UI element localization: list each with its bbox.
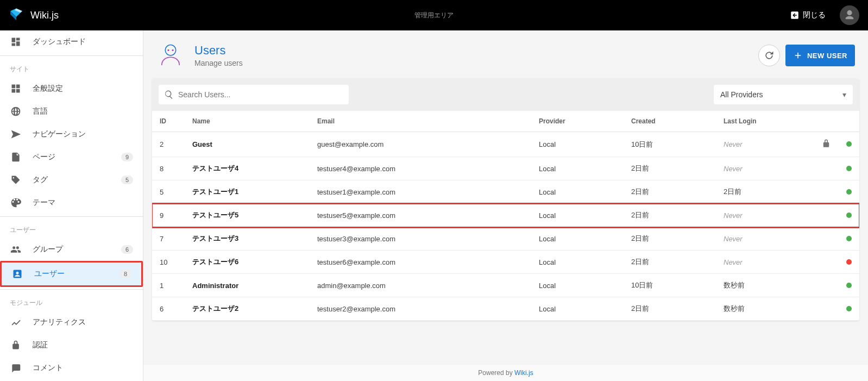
status-dot — [846, 283, 852, 288]
sidebar-item-users[interactable]: ユーザー 8 — [2, 263, 141, 285]
search-input-wrapper[interactable] — [159, 85, 349, 104]
cell-status — [839, 157, 859, 180]
page-title: Users — [194, 43, 243, 58]
cell-provider: Local — [531, 274, 624, 297]
cell-provider: Local — [531, 132, 624, 157]
cell-status — [839, 227, 859, 251]
dashboard-icon — [10, 36, 22, 48]
table-row[interactable]: 6テストユーザ2testuser2@example.comLocal2日前数秒前 — [152, 297, 859, 321]
sidebar-item-comments[interactable]: コメント — [0, 357, 143, 379]
cell-name: テストユーザ5 — [185, 204, 310, 227]
status-dot — [846, 259, 852, 265]
sidebar-item-dashboard[interactable]: ダッシュボード — [0, 30, 143, 53]
col-last-login[interactable]: Last Login — [716, 111, 814, 132]
col-provider[interactable]: Provider — [531, 111, 624, 132]
footer-link[interactable]: Wiki.js — [514, 369, 533, 377]
refresh-icon — [764, 50, 775, 61]
sidebar-item-label: テーマ — [33, 198, 133, 208]
analytics-icon — [10, 316, 22, 328]
tag-icon — [10, 174, 22, 186]
cell-provider: Local — [531, 180, 624, 204]
sidebar-item-label: アナリティクス — [33, 317, 133, 327]
sidebar-item-pages[interactable]: ページ 9 — [0, 146, 143, 168]
cell-status — [839, 274, 859, 297]
sidebar: ダッシュボード サイト 全般設定 言語 ナビゲーション ページ 9 タグ 5 テ… — [0, 30, 143, 381]
wiki-logo-icon — [9, 8, 24, 23]
table-row[interactable]: 8テストユーザ4testuser4@example.comLocal2日前Nev… — [152, 157, 859, 180]
cell-name: テストユーザ2 — [185, 297, 310, 321]
search-input[interactable] — [178, 90, 343, 99]
cell-lock — [814, 204, 839, 227]
count-badge: 5 — [121, 176, 133, 184]
cell-lock — [814, 157, 839, 180]
table-row[interactable]: 1Administratoradmin@example.comLocal10日前… — [152, 274, 859, 297]
sidebar-item-label: ナビゲーション — [33, 129, 133, 139]
sidebar-item-navigation[interactable]: ナビゲーション — [0, 123, 143, 146]
table-row[interactable]: 2Guestguest@example.comLocal10日前Never — [152, 132, 859, 157]
topbar: Wiki.js 管理用エリア 閉じる — [0, 0, 868, 30]
provider-select[interactable]: All Providers ▾ — [714, 85, 853, 104]
chevron-down-icon: ▾ — [842, 90, 846, 99]
table-row[interactable]: 10テストユーザ6testuser6@example.comLocal2日前Ne… — [152, 251, 859, 274]
cell-last-login: Never — [716, 251, 814, 274]
cell-lock — [814, 227, 839, 251]
table-row[interactable]: 5テストユーザ1testuser1@example.comLocal2日前2日前 — [152, 180, 859, 204]
sidebar-item-label: ユーザー — [34, 269, 109, 279]
table-row[interactable]: 7テストユーザ3testuser3@example.comLocal2日前Nev… — [152, 227, 859, 251]
status-dot — [846, 166, 852, 171]
close-button[interactable]: 閉じる — [784, 7, 831, 23]
cell-id: 1 — [152, 274, 185, 297]
cell-email: testuser3@example.com — [310, 227, 531, 251]
sidebar-item-tags[interactable]: タグ 5 — [0, 168, 143, 191]
cell-provider: Local — [531, 157, 624, 180]
close-label: 閉じる — [803, 10, 826, 20]
cell-email: testuser5@example.com — [310, 204, 531, 227]
users-table: ID Name Email Provider Created Last Logi… — [152, 111, 859, 321]
navigation-icon — [10, 128, 22, 140]
cell-last-login: 2日前 — [716, 180, 814, 204]
toolbar: All Providers ▾ — [152, 78, 859, 111]
cell-status — [839, 251, 859, 274]
cell-last-login: Never — [716, 227, 814, 251]
refresh-button[interactable] — [758, 45, 780, 66]
cell-lock — [814, 251, 839, 274]
cell-last-login: 数秒前 — [716, 274, 814, 297]
sidebar-item-groups[interactable]: グループ 6 — [0, 238, 143, 261]
col-email[interactable]: Email — [310, 111, 531, 132]
cell-email: testuser4@example.com — [310, 157, 531, 180]
cell-lock — [814, 297, 839, 321]
svg-point-0 — [165, 45, 176, 56]
sidebar-item-theme[interactable]: テーマ — [0, 191, 143, 214]
groups-icon — [10, 243, 22, 255]
svg-point-2 — [172, 49, 173, 51]
lock-icon — [10, 339, 22, 351]
col-id[interactable]: ID — [152, 111, 185, 132]
sidebar-item-locale[interactable]: 言語 — [0, 100, 143, 123]
cell-email: admin@example.com — [310, 274, 531, 297]
sidebar-item-analytics[interactable]: アナリティクス — [0, 311, 143, 334]
page-icon — [10, 151, 22, 163]
cell-id: 9 — [152, 204, 185, 227]
cell-name: テストユーザ3 — [185, 227, 310, 251]
new-user-button[interactable]: NEW USER — [785, 45, 855, 66]
account-icon — [844, 9, 856, 21]
cell-id: 8 — [152, 157, 185, 180]
palette-icon — [10, 197, 22, 209]
count-badge: 8 — [119, 270, 131, 278]
table-row[interactable]: 9テストユーザ5testuser5@example.comLocal2日前Nev… — [152, 204, 859, 227]
brand[interactable]: Wiki.js — [9, 8, 59, 23]
user-avatar[interactable] — [840, 5, 859, 25]
sidebar-item-label: 言語 — [33, 107, 133, 116]
col-created[interactable]: Created — [624, 111, 716, 132]
count-badge: 9 — [121, 153, 133, 161]
page-subtitle: Manage users — [194, 59, 243, 67]
col-name[interactable]: Name — [185, 111, 310, 132]
cell-lock — [814, 180, 839, 204]
cell-last-login: 数秒前 — [716, 297, 814, 321]
exit-icon — [790, 10, 800, 20]
lock-icon — [821, 139, 831, 148]
sidebar-item-auth[interactable]: 認証 — [0, 334, 143, 357]
sidebar-item-general[interactable]: 全般設定 — [0, 77, 143, 100]
cell-status — [839, 180, 859, 204]
sidebar-section-modules: モジュール — [0, 292, 143, 311]
